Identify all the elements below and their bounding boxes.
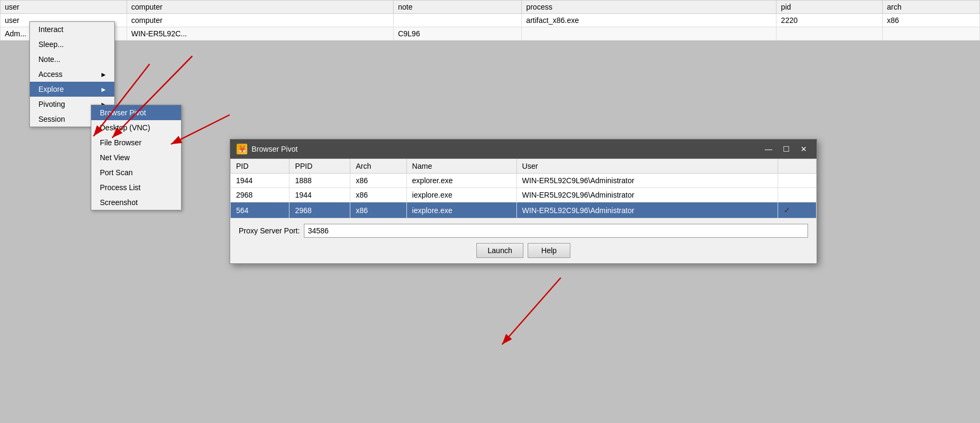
col-ppid: PPID — [289, 159, 350, 174]
col-name: Name — [406, 159, 516, 174]
submenu-item-file-browser[interactable]: File Browser — [91, 135, 181, 150]
col-pid: pid — [777, 1, 882, 14]
col-note: note — [394, 1, 522, 14]
col-user: user — [1, 1, 127, 14]
col-computer: computer — [127, 1, 393, 14]
dialog-actions: Launch Help — [239, 243, 808, 258]
col-arch: Arch — [350, 159, 406, 174]
table-row[interactable]: Adm... WIN-ER5L92C... C9L96 — [1, 27, 980, 41]
menu-item-access[interactable]: Access ▶ — [30, 67, 114, 82]
submenu-item-desktop-vnc[interactable]: Desktop (VNC) — [91, 120, 181, 135]
col-pid: PID — [231, 159, 289, 174]
menu-item-interact[interactable]: Interact — [30, 22, 114, 37]
process-table: PID PPID Arch Name User 1944 1888 x86 ex… — [230, 159, 817, 218]
browser-pivot-dialog: 🦊 Browser Pivot — ☐ ✕ PID PPID Arch Name… — [230, 139, 817, 264]
proxy-label: Proxy Server Port: — [239, 226, 300, 235]
proxy-port-input[interactable] — [304, 224, 808, 238]
close-button[interactable]: ✕ — [797, 144, 810, 154]
col-check — [778, 159, 816, 174]
dialog-title: Browser Pivot — [252, 145, 297, 153]
submenu-item-screenshot[interactable]: Screenshot — [91, 195, 181, 210]
submenu-item-browser-pivot[interactable]: Browser Pivot — [91, 105, 181, 120]
menu-item-explore[interactable]: Explore ▶ — [30, 82, 114, 97]
help-button[interactable]: Help — [528, 243, 570, 258]
process-row-selected[interactable]: 564 2968 x86 iexplore.exe WIN-ER5L92C9L9… — [231, 202, 817, 218]
col-user: User — [516, 159, 778, 174]
dialog-icon: 🦊 — [237, 144, 247, 154]
svg-line-4 — [502, 278, 561, 344]
selected-checkmark: ✓ — [783, 206, 790, 215]
dialog-footer: Proxy Server Port: Launch Help — [230, 218, 817, 263]
arrow-icon: ▶ — [101, 72, 106, 77]
proxy-port-row: Proxy Server Port: — [239, 224, 808, 238]
submenu-item-port-scan[interactable]: Port Scan — [91, 165, 181, 180]
process-row[interactable]: 1944 1888 x86 explorer.exe WIN-ER5L92C9L… — [231, 174, 817, 188]
process-row[interactable]: 2968 1944 x86 iexplore.exe WIN-ER5L92C9L… — [231, 188, 817, 202]
submenu-item-process-list[interactable]: Process List — [91, 180, 181, 195]
menu-item-note[interactable]: Note... — [30, 52, 114, 67]
submenu-item-net-view[interactable]: Net View — [91, 150, 181, 165]
col-process: process — [522, 1, 777, 14]
col-arch: arch — [882, 1, 979, 14]
main-sessions-table: user computer note process pid arch user… — [0, 0, 980, 41]
dialog-titlebar: 🦊 Browser Pivot — ☐ ✕ — [230, 139, 817, 159]
launch-button[interactable]: Launch — [476, 243, 523, 258]
table-row[interactable]: user computer artifact_x86.exe 2220 x86 — [1, 14, 980, 27]
maximize-button[interactable]: ☐ — [780, 144, 793, 154]
minimize-button[interactable]: — — [762, 144, 775, 154]
dialog-content: PID PPID Arch Name User 1944 1888 x86 ex… — [230, 159, 817, 218]
arrow-icon: ▶ — [101, 87, 106, 92]
explore-submenu: Browser Pivot Desktop (VNC) File Browser… — [91, 105, 182, 210]
menu-item-sleep[interactable]: Sleep... — [30, 37, 114, 52]
